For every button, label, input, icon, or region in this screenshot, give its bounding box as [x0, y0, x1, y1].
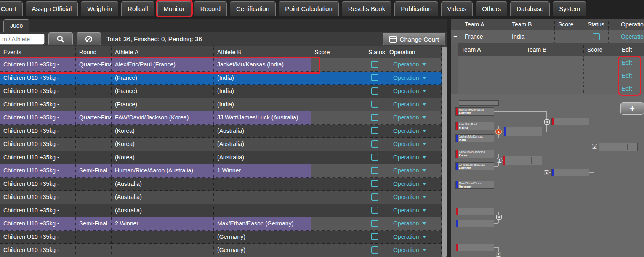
- operation-dropdown[interactable]: Operation: [393, 61, 419, 68]
- operation-dropdown[interactable]: Operation: [393, 154, 419, 161]
- add-button[interactable]: +: [620, 102, 644, 115]
- nav-tab-results-book[interactable]: Results Book: [342, 1, 391, 16]
- status-checkbox[interactable]: [371, 114, 378, 121]
- table-row[interactable]: Children U10 +35kg -(Australia)Operation: [0, 204, 442, 217]
- status-checkbox[interactable]: [371, 167, 378, 174]
- bracket-slot-box[interactable]: [599, 143, 638, 151]
- status-checkbox[interactable]: [371, 207, 378, 214]
- operation-dropdown[interactable]: Operation: [393, 220, 419, 227]
- cell-operation: Operation: [386, 98, 442, 111]
- edit-link[interactable]: Edit: [622, 59, 632, 66]
- status-checkbox[interactable]: [371, 140, 378, 148]
- cell-score: [311, 244, 365, 257]
- table-row[interactable]: Children U10 +35kg -(France)(India)Opera…: [0, 85, 442, 98]
- table-row[interactable]: Children U10 +35kg -(Korea)(Australia)Op…: [0, 151, 442, 164]
- status-checkbox[interactable]: [371, 74, 378, 81]
- status-checkbox[interactable]: [371, 154, 378, 161]
- table-row[interactable]: Children U10 +35kg -Quarter-FinalFAW/Dav…: [0, 111, 442, 125]
- bracket-slot-box[interactable]: [456, 244, 494, 251]
- table-row[interactable]: Children U10 +35kg -(Australia)Operation: [0, 178, 442, 191]
- bracket-team-box[interactable]: FAW/David/JacksonKorea: [455, 150, 494, 158]
- status-checkbox[interactable]: [371, 233, 378, 240]
- bracket-slot-box[interactable]: [551, 169, 589, 176]
- nav-tab-publication[interactable]: Publication: [394, 1, 438, 16]
- bracket-slot-box[interactable]: [456, 208, 494, 215]
- table-row[interactable]: Children U10 +35kg -Quarter-FinalAlex/Er…: [0, 58, 442, 72]
- nav-tab-assign-official[interactable]: Assign Official: [26, 1, 78, 16]
- operation-dropdown[interactable]: Operation: [393, 74, 419, 81]
- collapse-toggle[interactable]: −: [453, 33, 457, 40]
- match-team-a-cell: [458, 82, 523, 95]
- search-button[interactable]: [48, 32, 73, 45]
- change-court-button[interactable]: Change Court: [383, 33, 445, 45]
- status-checkbox[interactable]: [371, 127, 378, 134]
- bracket-slot-box[interactable]: [456, 220, 494, 227]
- status-checkbox[interactable]: [371, 220, 378, 227]
- status-checkbox[interactable]: [371, 101, 378, 108]
- team-status-checkbox[interactable]: [593, 33, 600, 40]
- nav-tab-database[interactable]: Database: [510, 1, 550, 16]
- score-divider: [579, 170, 579, 175]
- score-divider: [579, 119, 579, 124]
- operation-dropdown[interactable]: Operation: [393, 114, 419, 121]
- nav-tab-point-calculation[interactable]: Point Calculation: [279, 1, 339, 16]
- status-checkbox[interactable]: [371, 87, 378, 95]
- nav-tab-record[interactable]: Record: [194, 1, 227, 16]
- table-row[interactable]: Children U10 +35kg -(Germany)Operation: [0, 231, 442, 244]
- tab-judo[interactable]: Judo: [3, 19, 29, 32]
- nav-tab-system[interactable]: System: [553, 1, 586, 16]
- operation-dropdown[interactable]: Operation: [393, 101, 419, 108]
- edit-link[interactable]: Edit: [622, 72, 632, 79]
- bracket-team-box[interactable]: JJ Watt/James/LuckAustralia: [455, 162, 494, 170]
- bracket-slot-box[interactable]: [504, 127, 542, 136]
- bracket-slot-box[interactable]: [503, 156, 542, 165]
- nav-tab-weigh-in[interactable]: Weigh-in: [81, 1, 118, 16]
- clear-search-button[interactable]: [77, 32, 101, 45]
- operation-dropdown[interactable]: Operation: [393, 127, 419, 134]
- cell-operation: Operation: [386, 244, 442, 257]
- status-checkbox[interactable]: [371, 180, 378, 187]
- bracket-team-box[interactable]: Human/Rice/AaronAustralia: [455, 107, 494, 116]
- table-row[interactable]: Children U10 +35kg -(Korea)(Australia)Op…: [0, 138, 442, 151]
- team-row[interactable]: − France India Operation: [451, 30, 644, 43]
- nav-tab-certification[interactable]: Certification: [230, 1, 276, 16]
- nav-tab-monitor[interactable]: Monitor: [157, 1, 191, 16]
- table-row[interactable]: Children U10 +35kg -(France)(India)Opera…: [0, 72, 442, 85]
- operation-dropdown[interactable]: Operation: [393, 207, 419, 214]
- operation-dropdown[interactable]: Operation: [393, 140, 419, 147]
- status-checkbox[interactable]: [371, 61, 378, 68]
- bracket-connector: [494, 111, 546, 112]
- bracket-team-box[interactable]: Alex/Eric/PaulFrance: [455, 122, 494, 130]
- nav-tab-videos[interactable]: Videos: [441, 1, 473, 16]
- top-nav: gn CourtAssign OfficialWeigh-inRollcallM…: [0, 0, 644, 19]
- bracket-slot-box[interactable]: [551, 118, 589, 125]
- nav-tab-gn-court[interactable]: gn Court: [0, 1, 23, 16]
- scrollbar-thumb[interactable]: [442, 47, 447, 257]
- table-row[interactable]: Children U10 +35kg -Semi-Final2 WinnerMa…: [0, 217, 442, 231]
- cell-operation: Operation: [386, 178, 442, 191]
- table-row[interactable]: Children U10 +35kg -(Germany)Operation: [0, 244, 442, 257]
- cell-operation: Operation: [386, 217, 442, 231]
- bracket-team-box[interactable]: Jacket/Mu/KansasIndia: [455, 134, 494, 142]
- operation-dropdown[interactable]: Operation: [393, 193, 419, 200]
- team-operation-dropdown[interactable]: Operation: [621, 33, 644, 40]
- operation-dropdown[interactable]: Operation: [393, 180, 419, 187]
- nav-tab-rollcall[interactable]: Rollcall: [121, 1, 154, 16]
- operation-dropdown[interactable]: Operation: [393, 87, 419, 94]
- cell-athlete-b: 1 Winner: [214, 164, 311, 178]
- nav-tab-others[interactable]: Others: [476, 1, 507, 16]
- operation-dropdown[interactable]: Operation: [393, 233, 419, 240]
- status-checkbox[interactable]: [371, 246, 378, 254]
- bracket-slot-box[interactable]: [459, 100, 499, 106]
- status-checkbox[interactable]: [371, 193, 378, 201]
- table-row[interactable]: Children U10 +35kg -(France)(India)Opera…: [0, 98, 442, 111]
- bracket-team-box[interactable]: Max/Ethan/EasonGermany: [455, 181, 494, 189]
- table-row[interactable]: Children U10 +35kg -Semi-FinalHuman/Rice…: [0, 164, 442, 178]
- edit-link[interactable]: Edit: [622, 85, 632, 92]
- operation-dropdown[interactable]: Operation: [393, 246, 419, 253]
- operation-dropdown[interactable]: Operation: [393, 167, 419, 174]
- search-input[interactable]: [0, 34, 45, 45]
- table-row[interactable]: Children U10 +35kg -(Australia)Operation: [0, 191, 442, 204]
- team-match-row: Edit: [458, 56, 644, 69]
- table-row[interactable]: Children U10 +35kg -(Korea)(Australia)Op…: [0, 125, 442, 138]
